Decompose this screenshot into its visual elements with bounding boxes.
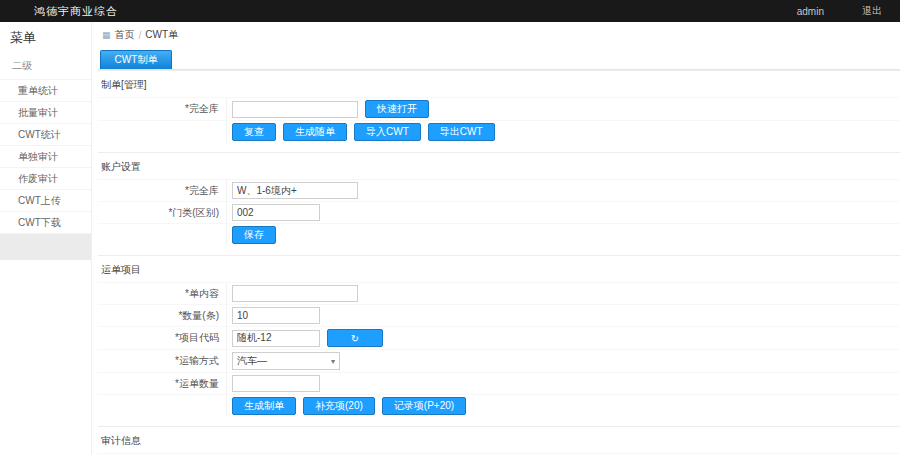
quantity-field xyxy=(226,305,900,326)
category-field xyxy=(226,202,900,223)
content-field-label: *单内容 xyxy=(98,287,226,301)
form-row: *运单数量 xyxy=(98,372,900,394)
recheck-button[interactable]: 复查 xyxy=(232,123,276,141)
section3-buttons: 生成制单 补充项(20) 记录项(P+20) xyxy=(226,395,900,417)
breadcrumb: ▦ 首页 / CWT单 xyxy=(98,22,900,46)
chevron-down-icon: ▾ xyxy=(331,357,335,366)
section1-field: 快速打开 xyxy=(226,98,900,120)
section1-legend: 制单[管理] xyxy=(98,71,900,97)
sidebar-item-duplicate-stats[interactable]: 重单统计 xyxy=(0,80,91,102)
export-cwt-button[interactable]: 导出CWT xyxy=(428,123,495,141)
waybill-count-field xyxy=(226,373,900,394)
import-cwt-button[interactable]: 导入CWT xyxy=(354,123,421,141)
breadcrumb-home-link[interactable]: 首页 xyxy=(115,28,135,42)
supplement-item-button[interactable]: 补充项(20) xyxy=(303,397,375,415)
generate-order-button[interactable]: 生成制单 xyxy=(232,397,296,415)
order-content-input[interactable] xyxy=(232,285,358,302)
project-code-input[interactable] xyxy=(232,330,320,347)
sidebar-title: 菜单 xyxy=(0,22,91,53)
save-button[interactable]: 保存 xyxy=(232,226,276,244)
form-row: 复查 生成随单 导入CWT 导出CWT xyxy=(98,120,900,143)
home-icon: ▦ xyxy=(102,30,111,40)
quantity-field-label: *数量(条) xyxy=(98,309,226,323)
section-gap xyxy=(98,143,900,152)
category-code-input[interactable] xyxy=(232,204,320,221)
topbar: 鸿德宇商业综合 admin 退出 xyxy=(0,0,900,22)
sidebar-group-label[interactable]: 二级 xyxy=(0,53,91,80)
tab-cwt-create[interactable]: CWT制单 xyxy=(100,50,172,69)
form-row: *项目代码 ↻ xyxy=(98,326,900,349)
form-row: *数量(条) xyxy=(98,304,900,326)
project-code-field: ↻ xyxy=(226,327,900,349)
form-row: 生成制单 补充项(20) 记录项(P+20) xyxy=(98,394,900,417)
section-audit-info: 审计信息 *请款人 5——西村(仅供监测)已为+D3 *门帐 不管 xyxy=(98,426,900,454)
breadcrumb-separator: / xyxy=(139,30,142,41)
form-row: *运输方式 汽车— ▾ xyxy=(98,349,900,372)
tab-strip: CWT制单 xyxy=(98,46,900,70)
sidebar-item-cwt-upload[interactable]: CWT上传 xyxy=(0,190,91,212)
section-waybill-items: 运单项目 *单内容 *数量(条) *项目代码 ↻ xyxy=(98,255,900,426)
quick-open-input[interactable] xyxy=(232,101,358,118)
quick-open-button[interactable]: 快速打开 xyxy=(365,100,429,118)
account-field xyxy=(226,180,900,201)
record-item-button[interactable]: 记录项(P+20) xyxy=(382,397,466,415)
section-order-manage: 制单[管理] *完全库 快速打开 复查 生成随单 导入CWT 导出CWT xyxy=(98,70,900,152)
refresh-button[interactable]: ↻ xyxy=(327,329,383,347)
main-panel: ▦ 首页 / CWT单 CWT制单 制单[管理] *完全库 快速打开 复查 xyxy=(92,22,900,454)
save-field: 保存 xyxy=(226,224,900,246)
form-row: *完全库 xyxy=(98,179,900,201)
breadcrumb-current: CWT单 xyxy=(145,28,178,42)
sidebar-item-void-audit[interactable]: 作废审计 xyxy=(0,168,91,190)
section3-legend: 运单项目 xyxy=(98,256,900,282)
form-row: 保存 xyxy=(98,223,900,246)
sidebar-item-single-audit[interactable]: 单独审计 xyxy=(0,146,91,168)
content-area: 菜单 二级 重单统计 批量审计 CWT统计 单独审计 作废审计 CWT上传 CW… xyxy=(0,22,900,454)
section-gap xyxy=(98,417,900,426)
sidebar-filler xyxy=(0,234,91,260)
transport-mode-value: 汽车— xyxy=(237,354,267,368)
waybill-count-field-label: *运单数量 xyxy=(98,377,226,391)
refresh-icon: ↻ xyxy=(351,333,359,344)
section1-buttons: 复查 生成随单 导入CWT 导出CWT xyxy=(226,121,900,143)
form-row: *门类(区别) xyxy=(98,201,900,223)
content-field xyxy=(226,283,900,304)
section1-field-label: *完全库 xyxy=(98,102,226,116)
section4-legend: 审计信息 xyxy=(98,427,900,453)
category-field-label: *门类(区别) xyxy=(98,206,226,220)
account-library-input[interactable] xyxy=(232,182,358,199)
logout-button[interactable]: 退出 xyxy=(862,4,882,18)
sidebar-item-batch-audit[interactable]: 批量审计 xyxy=(0,102,91,124)
sidebar-item-cwt-download[interactable]: CWT下载 xyxy=(0,212,91,234)
transport-mode-select[interactable]: 汽车— ▾ xyxy=(232,352,340,370)
account-field-label: *完全库 xyxy=(98,184,226,198)
transport-field: 汽车— ▾ xyxy=(226,350,900,372)
section-gap xyxy=(98,246,900,255)
form-row: *单内容 xyxy=(98,282,900,304)
project-code-field-label: *项目代码 xyxy=(98,331,226,345)
username-menu[interactable]: admin xyxy=(797,6,824,17)
quantity-input[interactable] xyxy=(232,307,320,324)
transport-field-label: *运输方式 xyxy=(98,354,226,368)
section-account-settings: 账户设置 *完全库 *门类(区别) 保存 xyxy=(98,152,900,255)
generate-random-order-button[interactable]: 生成随单 xyxy=(283,123,347,141)
sidebar: 菜单 二级 重单统计 批量审计 CWT统计 单独审计 作废审计 CWT上传 CW… xyxy=(0,22,92,454)
sidebar-item-cwt-stats[interactable]: CWT统计 xyxy=(0,124,91,146)
form-row: *完全库 快速打开 xyxy=(98,97,900,120)
section2-legend: 账户设置 xyxy=(98,153,900,179)
app-title: 鸿德宇商业综合 xyxy=(34,4,118,19)
waybill-count-input[interactable] xyxy=(232,375,320,392)
